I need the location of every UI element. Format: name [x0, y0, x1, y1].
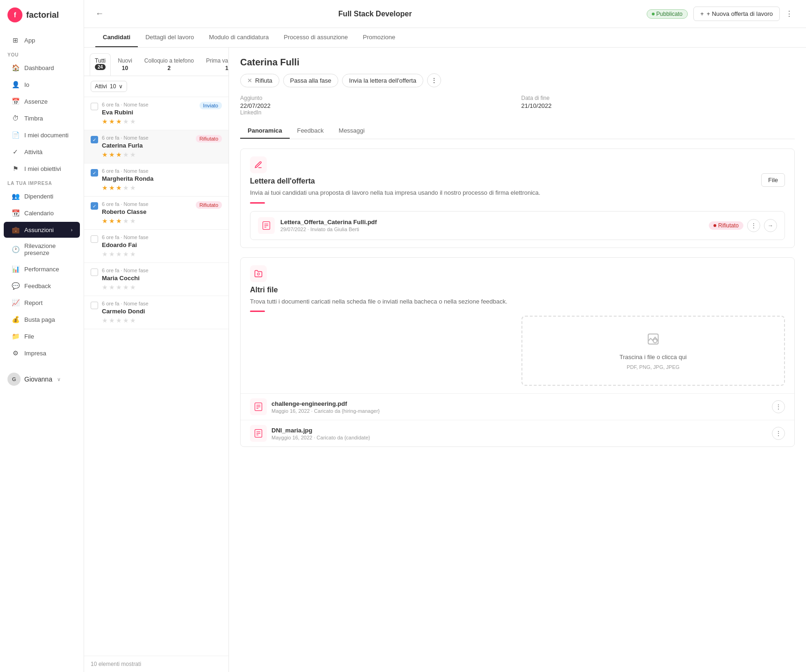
sidebar-item-label: Timbra — [24, 115, 43, 122]
tab-modulo[interactable]: Modulo di candidatura — [201, 28, 276, 47]
file-more-button[interactable]: ⋮ — [747, 219, 760, 232]
star-3: ★ — [116, 118, 122, 125]
chevron-down-icon: ∨ — [119, 83, 123, 90]
star-2: ★ — [109, 151, 115, 158]
sidebar-item-assunzioni[interactable]: 💼 Assunzioni › — [4, 222, 80, 238]
tab-panoramica[interactable]: Panoramica — [240, 123, 290, 139]
sidebar-item-label: Io — [24, 81, 29, 88]
passa-fase-button[interactable]: Passa alla fase — [283, 74, 338, 87]
candidate-name: Margherita Ronda — [102, 175, 222, 182]
star-1: ★ — [102, 250, 108, 258]
sidebar-item-report[interactable]: 📈 Report — [4, 295, 80, 311]
sidebar-item-attivita[interactable]: ✓ Attività — [4, 144, 80, 160]
star-rating: ★ ★ ★ ★ ★ — [102, 184, 222, 191]
file-meta: 29/07/2022 · Inviato da Giulia Berti — [280, 226, 703, 232]
more-actions-button[interactable]: ⋮ — [427, 73, 441, 87]
stage-tab-prima-val[interactable]: Prima valutazione 10 — [201, 53, 228, 76]
sidebar-item-label: Feedback — [24, 283, 51, 290]
added-date-section: Aggiunto 22/07/2022 LinkedIn — [240, 95, 514, 116]
file-button[interactable]: File — [761, 173, 785, 187]
upload-text: Trascina i file o clicca qui — [620, 354, 687, 361]
logo-icon: f — [7, 7, 22, 22]
rifiuta-button[interactable]: ✕ Rifiuta — [240, 74, 279, 87]
upload-zone[interactable]: Trascina i file o clicca qui PDF, PNG, J… — [521, 316, 785, 386]
sidebar-item-label: Assunzioni — [24, 226, 54, 233]
candidate-checkbox[interactable]: ✓ — [91, 169, 98, 177]
other-file-name: challenge-engineering.pdf — [271, 400, 767, 407]
other-file-more-button[interactable]: ⋮ — [772, 427, 785, 440]
sidebar-item-io[interactable]: 👤 Io — [4, 77, 80, 92]
stage-label: Prima valutazione — [206, 57, 228, 64]
candidate-item[interactable]: ✓ 6 ore fa · Nome fase Margherita Ronda … — [84, 163, 228, 197]
tab-processo[interactable]: Processo di assunzione — [276, 28, 355, 47]
star-1: ★ — [102, 217, 108, 225]
back-button[interactable]: ← — [95, 9, 104, 19]
stage-tab-nuovi[interactable]: Nuovi 10 — [113, 53, 137, 76]
top-header: ← Full Stack Developer Pubblicato + + Nu… — [84, 0, 806, 28]
new-offer-button[interactable]: + + Nuova offerta di lavoro — [693, 7, 780, 21]
sidebar-item-feedback[interactable]: 💬 Feedback — [4, 278, 80, 294]
candidate-item[interactable]: ✓ 6 ore fa · Nome fase Caterina Furla ★ … — [84, 130, 228, 163]
user-avatar-area[interactable]: G Giovanna ∨ — [0, 369, 84, 389]
sidebar-item-label: Attività — [24, 149, 43, 156]
sidebar-item-dipendenti[interactable]: 👥 Dipendenti — [4, 188, 80, 204]
candidate-name: Caterina Furla — [102, 142, 192, 149]
tab-messaggi[interactable]: Messaggi — [331, 123, 372, 139]
sidebar-item-busta-paga[interactable]: 💰 Busta paga — [4, 311, 80, 327]
detail-panel: Caterina Fulli ✕ Rifiuta Passa alla fase… — [229, 48, 806, 672]
other-file-more-button[interactable]: ⋮ — [772, 400, 785, 413]
candidate-checkbox[interactable]: ✓ — [91, 136, 98, 143]
sidebar-item-dashboard[interactable]: 🏠 Dashboard — [4, 60, 80, 76]
detail-tabs: Panoramica Feedback Messaggi — [240, 123, 795, 139]
sidebar-item-documenti[interactable]: 📄 I miei documenti — [4, 127, 80, 143]
tab-candidati[interactable]: Candidati — [95, 28, 138, 47]
sidebar-item-label: I miei obiettivi — [24, 165, 61, 172]
stage-count: 10 — [122, 65, 128, 71]
sidebar-item-timbra[interactable]: ⏱ Timbra — [4, 110, 80, 126]
sidebar-item-performance[interactable]: 📊 Performance — [4, 261, 80, 277]
candidate-item[interactable]: 6 ore fa · Nome fase Edoardo Fai ★ ★ ★ ★… — [84, 230, 228, 263]
candidate-checkbox[interactable] — [91, 269, 98, 276]
candidate-badge: Inviato — [200, 102, 222, 109]
sidebar-item-impresa[interactable]: ⚙ Impresa — [4, 345, 80, 361]
invia-lettera-button[interactable]: Invia la lettera dell'offerta — [342, 74, 423, 87]
offer-file-item: Lettera_Offerta_Caterina Fulli.pdf 29/07… — [250, 211, 785, 240]
busta-paga-icon: 💰 — [11, 315, 20, 324]
sidebar-item-obiettivi[interactable]: ⚑ I miei obiettivi — [4, 161, 80, 177]
star-4: ★ — [123, 151, 129, 158]
stage-label: Tutti — [95, 57, 106, 64]
tab-promozione[interactable]: Promozione — [356, 28, 403, 47]
filter-select[interactable]: Attivi 10 ∨ — [91, 81, 127, 92]
sidebar-item-assenze[interactable]: 📅 Assenze — [4, 93, 80, 109]
sidebar-item-rilevazione[interactable]: 🕐 Rilevazione presenze — [4, 239, 80, 260]
sidebar-item-calendario[interactable]: 📆 Calendario — [4, 205, 80, 221]
more-options-button[interactable]: ⋮ — [784, 7, 795, 20]
candidate-item[interactable]: 6 ore fa · Nome fase Carmelo Dondi ★ ★ ★… — [84, 296, 228, 329]
candidate-item[interactable]: 6 ore fa · Nome fase Eva Rubini ★ ★ ★ ★ … — [84, 97, 228, 130]
file-icon: 📁 — [11, 332, 20, 340]
star-2: ★ — [109, 217, 115, 225]
sidebar-item-app[interactable]: ⊞ App — [4, 32, 80, 48]
candidate-checkbox[interactable] — [91, 235, 98, 243]
stage-tab-tutti[interactable]: Tutti 24 — [90, 53, 111, 76]
tab-dettagli[interactable]: Dettagli del lavoro — [138, 28, 201, 47]
star-3: ★ — [116, 151, 122, 158]
sidebar-item-file[interactable]: 📁 File — [4, 328, 80, 344]
stage-tab-colloquio-tel[interactable]: Colloquio a telefono 2 — [139, 53, 199, 76]
candidate-name: Edoardo Fai — [102, 241, 222, 248]
pdf-icon — [250, 425, 267, 442]
impresa-icon: ⚙ — [11, 349, 20, 357]
list-footer: 10 elementi mostrati — [84, 656, 228, 672]
candidate-item[interactable]: 6 ore fa · Nome fase Maria Cocchi ★ ★ ★ … — [84, 263, 228, 296]
candidate-item[interactable]: ✓ 6 ore fa · Nome fase Roberto Classe ★ … — [84, 197, 228, 230]
file-open-button[interactable]: → — [764, 219, 777, 232]
sidebar-item-label: File — [24, 333, 34, 340]
candidate-checkbox[interactable] — [91, 103, 98, 110]
end-label: Data di fine — [521, 95, 795, 101]
candidate-name: Roberto Classe — [102, 208, 192, 215]
sidebar-item-label: Busta paga — [24, 316, 55, 323]
candidate-checkbox[interactable] — [91, 302, 98, 309]
tab-feedback[interactable]: Feedback — [290, 123, 331, 139]
candidate-checkbox[interactable]: ✓ — [91, 202, 98, 210]
candidate-name: Eva Rubini — [102, 109, 196, 116]
